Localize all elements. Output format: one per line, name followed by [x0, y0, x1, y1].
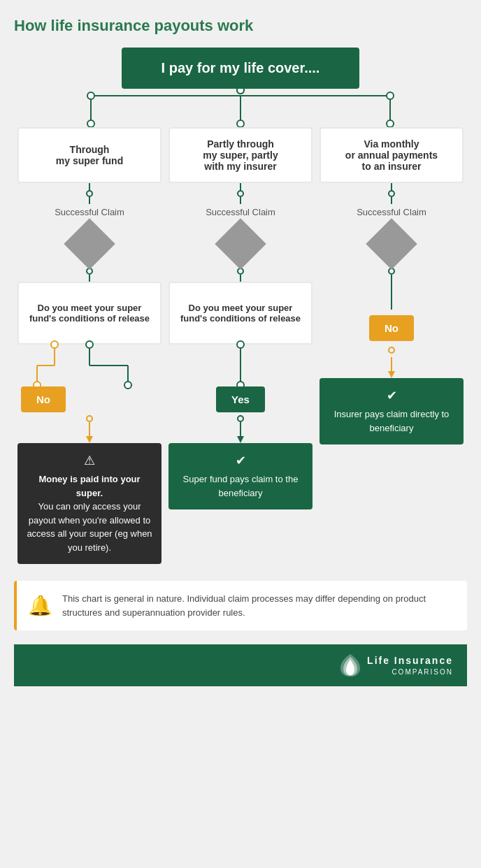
check-icon-2: ✔: [328, 388, 454, 403]
connector-3b: [388, 268, 395, 282]
payment-method-1: Through my super fund: [17, 127, 161, 183]
arrow-down: [237, 436, 244, 443]
claim-label-3: Successful Claim: [357, 207, 426, 217]
payment-method-3: Via monthly or annual payments to an ins…: [320, 127, 463, 183]
bell-icon: 🔔: [28, 594, 52, 617]
vline: [391, 183, 392, 190]
payment-method-2: Partly through my super, partly with my …: [168, 127, 312, 183]
connector-2b: [237, 268, 244, 282]
connector-2c: [237, 415, 244, 443]
vline: [89, 422, 90, 436]
vline: [240, 183, 241, 190]
connector-1c: [86, 415, 93, 443]
claim-label-2: Successful Claim: [206, 207, 275, 217]
vline: [391, 357, 392, 371]
branch-svg-2: [167, 345, 314, 386]
result-green-2: ✔ Insurer pays claim directly to benefic…: [320, 378, 463, 444]
top-box: I pay for my life cover....: [122, 48, 359, 89]
column-1: Through my super fund Successful Claim D…: [14, 127, 165, 564]
arrow-down: [388, 371, 395, 378]
svg-point-9: [237, 120, 244, 127]
vline: [240, 197, 241, 204]
branch-svg-1: [16, 345, 163, 386]
svg-point-23: [237, 341, 244, 348]
check-icon: ✔: [177, 453, 303, 468]
diamond-2: [215, 218, 266, 270]
notice-box: 🔔 This chart is general in nature. Indiv…: [14, 581, 467, 630]
dot: [237, 190, 244, 197]
result-text-1: Money is paid into your super. Money is …: [26, 472, 152, 554]
connector-3c: [388, 357, 395, 378]
footer: Life Insurance COMPARISON: [14, 644, 467, 686]
arrow-down: [86, 436, 93, 443]
vline: [89, 197, 90, 204]
result-text-3: Insurer pays claim directly to beneficia…: [328, 407, 454, 435]
column-3: Via monthly or annual payments to an ins…: [316, 127, 467, 564]
condition-box-2: Do you meet your super fund's conditions…: [168, 282, 312, 345]
warning-icon: ⚠: [26, 453, 152, 468]
page-title: How life insurance payouts work: [14, 17, 467, 35]
svg-point-10: [387, 120, 394, 127]
diamond-3: [366, 218, 417, 270]
vline: [391, 275, 392, 282]
spacer-3: No: [369, 282, 414, 354]
vline: [89, 183, 90, 190]
top-branch-svg: [14, 89, 467, 127]
dot: [388, 347, 395, 354]
svg-marker-21: [86, 436, 93, 443]
page: How life insurance payouts work I pay fo…: [0, 0, 481, 686]
top-box-label: I pay for my life cover....: [161, 60, 320, 75]
vline: [391, 282, 392, 310]
dot: [86, 190, 93, 197]
result-green-1: ✔ Super fund pays claim to the beneficia…: [168, 443, 312, 509]
vline: [391, 197, 392, 204]
footer-brand-text: Life Insurance COMPARISON: [367, 654, 453, 676]
condition-box-1: Do you meet your super fund's conditions…: [17, 282, 161, 345]
svg-point-19: [86, 341, 93, 348]
connector-3a: [388, 183, 395, 204]
svg-marker-26: [388, 371, 395, 378]
connector-1b: [86, 268, 93, 282]
connector-2a: [237, 183, 244, 204]
no-button-3[interactable]: No: [369, 315, 414, 341]
svg-point-5: [87, 92, 94, 99]
dot: [86, 415, 93, 422]
svg-marker-25: [237, 436, 244, 443]
svg-point-14: [51, 341, 58, 348]
brand-logo-icon: [340, 654, 360, 677]
notice-text: This chart is general in nature. Individ…: [62, 592, 456, 619]
result-text-2: Super fund pays claim to the beneficiary: [177, 472, 303, 500]
vline: [240, 422, 241, 436]
svg-point-8: [87, 120, 94, 127]
column-2: Partly through my super, partly with my …: [165, 127, 316, 564]
svg-point-6: [387, 92, 394, 99]
result-dark: ⚠ Money is paid into your super. Money i…: [17, 443, 161, 564]
claim-label-1: Successful Claim: [55, 207, 124, 217]
connector-1a: [86, 183, 93, 204]
vline: [89, 275, 90, 282]
dot: [237, 415, 244, 422]
dot: [388, 190, 395, 197]
diamond-1: [64, 218, 115, 270]
vline: [240, 275, 241, 282]
no-button-1[interactable]: No: [21, 386, 66, 412]
yes-button-2[interactable]: Yes: [216, 386, 265, 412]
